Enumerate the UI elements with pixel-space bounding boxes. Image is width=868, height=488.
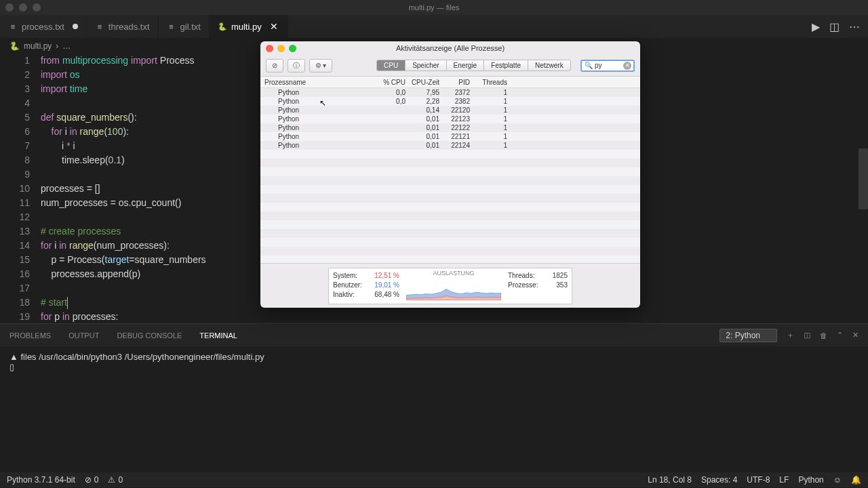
more-icon[interactable]: ⋯: [849, 20, 860, 33]
process-row[interactable]: Python0,01221241: [260, 141, 640, 150]
window-title: multi.py — files: [409, 3, 460, 12]
file-icon: 🐍: [218, 22, 227, 31]
search-text: py: [595, 62, 602, 69]
activity-titlebar[interactable]: Aktivitätsanzeige (Alle Prozesse): [260, 41, 640, 55]
terminal-cursor: ▯: [9, 362, 859, 372]
segment-cpu[interactable]: CPU: [376, 60, 406, 71]
process-list[interactable]: Python0,07,9523721Python0,02,2823821Pyth…: [260, 88, 640, 263]
new-terminal-icon[interactable]: ＋: [787, 330, 794, 340]
tab-process-txt[interactable]: ≡process.txt: [0, 15, 87, 38]
tab-label: process.txt: [22, 22, 64, 32]
process-row[interactable]: Python0,01221221: [260, 123, 640, 132]
file-icon: ≡: [167, 22, 176, 31]
error-icon: ⊘: [85, 475, 92, 485]
statusbar: Python 3.7.1 64-bit ⊘0 ⚠0 Ln 18, Col 8 S…: [0, 472, 868, 487]
activity-toolbar: ⊘ ⓘ ⚙ ▾ CPUSpeicherEnergieFestplatteNetz…: [260, 55, 640, 77]
header-processname[interactable]: Prozessname: [260, 79, 376, 86]
clear-search-icon[interactable]: ✕: [623, 62, 631, 70]
header-pid[interactable]: PID: [443, 79, 474, 86]
activity-monitor-window[interactable]: Aktivitätsanzeige (Alle Prozesse) ⊘ ⓘ ⚙ …: [260, 41, 640, 308]
activity-window-controls: [266, 45, 296, 52]
search-input[interactable]: 🔍 py ✕: [580, 60, 635, 72]
terminal-line: files /usr/local/bin/python3 /Users/pyth…: [21, 352, 264, 362]
segment-festplatte[interactable]: Festplatte: [484, 60, 528, 71]
macos-titlebar: multi.py — files: [0, 0, 868, 15]
tab-debug[interactable]: DEBUG CONSOLE: [117, 331, 182, 340]
prompt-icon: ▲: [9, 352, 18, 362]
search-icon: 🔍: [585, 62, 593, 69]
feedback-icon[interactable]: ☺: [833, 475, 842, 485]
kill-terminal-icon[interactable]: 🗑: [820, 331, 827, 340]
mouse-cursor-icon: ↖: [319, 98, 326, 108]
close-icon[interactable]: [266, 45, 273, 52]
maximize-icon[interactable]: [289, 45, 296, 52]
tab-multi-py[interactable]: 🐍multi.py✕: [210, 15, 288, 38]
terminal-select[interactable]: 2: Python: [719, 329, 777, 342]
modified-dot-icon: [73, 24, 78, 29]
info-button[interactable]: ⓘ: [288, 59, 305, 73]
scrollbar-thumb[interactable]: [859, 148, 868, 209]
close-tab-icon[interactable]: ✕: [269, 21, 279, 32]
status-encoding[interactable]: UTF-8: [747, 475, 770, 485]
settings-button[interactable]: ⚙ ▾: [309, 59, 332, 73]
header-cputime[interactable]: CPU-Zeit: [410, 79, 443, 86]
line-numbers: 12345678910111213141516171819: [0, 54, 41, 323]
notifications-icon[interactable]: 🔔: [851, 475, 861, 485]
status-errors[interactable]: ⊘0: [85, 475, 99, 485]
activity-headers[interactable]: Prozessname % CPU CPU-Zeit PID Threads: [260, 77, 640, 88]
activity-tab-segments: CPUSpeicherEnergieFestplatteNetzwerk: [377, 60, 571, 71]
split-terminal-icon[interactable]: ◫: [804, 331, 810, 340]
editor-actions: ▶ ◫ ⋯: [812, 15, 868, 38]
segment-energie[interactable]: Energie: [446, 60, 484, 71]
minimize-icon[interactable]: [277, 45, 285, 52]
split-editor-icon[interactable]: ◫: [829, 20, 840, 33]
minimize-icon[interactable]: [19, 3, 27, 12]
cpu-stats-right: Threads:1825 Prozesse:353: [504, 268, 572, 304]
tab-threads-txt[interactable]: ≡threads.txt: [87, 15, 159, 38]
maximize-panel-icon[interactable]: ⌃: [837, 331, 843, 340]
activity-title: Aktivitätsanzeige (Alle Prozesse): [396, 44, 505, 52]
status-eol[interactable]: LF: [779, 475, 789, 485]
process-row[interactable]: Python0,02,2823821: [260, 97, 640, 106]
window-controls: [5, 3, 41, 12]
breadcrumb-file: multi.py: [24, 41, 52, 51]
header-cpu[interactable]: % CPU: [376, 79, 410, 86]
tab-label: gil.txt: [180, 22, 201, 32]
stop-process-button[interactable]: ⊘: [266, 59, 283, 73]
status-spaces[interactable]: Spaces: 4: [701, 475, 737, 485]
process-row[interactable]: Python0,14221201: [260, 106, 640, 115]
panel-tabs: PROBLEMS OUTPUT DEBUG CONSOLE TERMINAL 2…: [0, 323, 868, 346]
cpu-stats-left: System:12,51 % Benutzer:19,01 % Inaktiv:…: [329, 268, 403, 304]
tab-output[interactable]: OUTPUT: [68, 331, 99, 340]
warning-icon: ⚠: [108, 475, 115, 485]
tab-bar: ≡process.txt≡threads.txt≡gil.txt🐍multi.p…: [0, 15, 868, 39]
header-threads[interactable]: Threads: [474, 79, 511, 86]
status-language[interactable]: Python: [798, 475, 823, 485]
file-icon: ≡: [95, 22, 104, 31]
tab-label: multi.py: [231, 22, 262, 32]
tab-gil-txt[interactable]: ≡gil.txt: [159, 15, 210, 38]
close-icon[interactable]: [5, 3, 14, 12]
maximize-icon[interactable]: [33, 3, 41, 12]
status-warnings[interactable]: ⚠0: [108, 475, 123, 485]
status-cursor[interactable]: Ln 18, Col 8: [648, 475, 692, 485]
activity-footer: System:12,51 % Benutzer:19,01 % Inaktiv:…: [260, 263, 640, 308]
cpu-chart: AUSLASTUNG: [403, 268, 504, 304]
segment-speicher[interactable]: Speicher: [405, 60, 446, 71]
close-panel-icon[interactable]: ✕: [852, 331, 859, 340]
segment-netzwerk[interactable]: Netzwerk: [528, 60, 571, 71]
run-icon[interactable]: ▶: [812, 20, 820, 33]
file-icon: ≡: [8, 22, 18, 31]
terminal[interactable]: ▲ files /usr/local/bin/python3 /Users/py…: [0, 346, 868, 472]
breadcrumb-more: …: [62, 41, 71, 51]
process-row[interactable]: Python0,07,9523721: [260, 88, 640, 97]
tab-label: threads.txt: [108, 22, 150, 32]
tab-terminal[interactable]: TERMINAL: [199, 331, 237, 340]
status-python-version[interactable]: Python 3.7.1 64-bit: [7, 475, 75, 485]
tab-problems[interactable]: PROBLEMS: [9, 331, 51, 340]
process-row[interactable]: Python0,01221211: [260, 132, 640, 141]
process-row[interactable]: Python0,01221231: [260, 115, 640, 123]
python-icon: 🐍: [9, 41, 20, 51]
breadcrumb-separator: ›: [56, 41, 58, 51]
